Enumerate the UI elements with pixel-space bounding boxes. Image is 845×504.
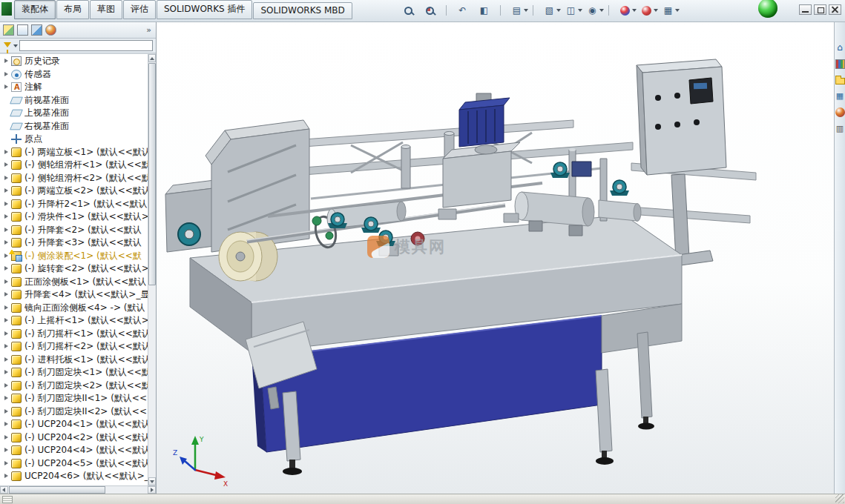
tree-item[interactable]: 历史记录 bbox=[0, 55, 148, 68]
tree-item[interactable]: (-) 旋转套<2> (默认<<默认> bbox=[0, 262, 148, 276]
view-settings-button[interactable] bbox=[661, 3, 681, 18]
solidworks-resources-icon[interactable] bbox=[835, 43, 845, 53]
tree-vertical-scrollbar[interactable] bbox=[148, 54, 156, 485]
tree-item[interactable]: 升降套<4> (默认<<默认>_显 bbox=[0, 288, 148, 302]
zoom-to-area-button[interactable] bbox=[423, 3, 443, 18]
tree-item[interactable]: (-) 侧涂装配<1> (默认<<默 bbox=[0, 250, 148, 263]
expand-arrow-icon[interactable] bbox=[3, 201, 10, 208]
expand-arrow-icon[interactable] bbox=[3, 265, 10, 272]
view-orientation-button[interactable] bbox=[542, 3, 562, 18]
tree-horizontal-scrollbar[interactable] bbox=[0, 485, 156, 494]
tree-item[interactable]: (-) UCP204<2> (默认<<默认 bbox=[0, 431, 148, 445]
expand-arrow-icon[interactable] bbox=[3, 291, 10, 298]
file-explorer-icon[interactable] bbox=[835, 78, 845, 84]
filter-funnel-ic[interactable] bbox=[4, 42, 11, 47]
design-library-icon[interactable] bbox=[835, 59, 845, 69]
expand-arrow-icon[interactable] bbox=[3, 162, 10, 168]
tree-item[interactable]: 传感器 bbox=[0, 68, 148, 82]
minimize-button[interactable] bbox=[799, 4, 812, 15]
expand-arrow-icon[interactable] bbox=[3, 58, 10, 64]
tree-item[interactable]: (-) 刮刀固定块<1> (默认<<默 bbox=[0, 366, 148, 379]
tree-item[interactable]: (-) 升降杆2<1> (默认<<默认 bbox=[0, 198, 148, 211]
tree-item[interactable]: (-) 侧轮组滑杆<1> (默认<<默 bbox=[0, 159, 148, 172]
expand-arrow-icon[interactable] bbox=[3, 71, 10, 78]
edit-appearance-button[interactable] bbox=[618, 3, 638, 18]
expand-arrow-icon[interactable] bbox=[3, 149, 10, 156]
graphics-area[interactable]: Y X Z 模具网 bbox=[157, 22, 834, 494]
expand-arrow-icon[interactable] bbox=[3, 434, 10, 441]
close-button[interactable] bbox=[829, 4, 841, 15]
propertymanager-tab[interactable] bbox=[17, 24, 28, 36]
featuremanager-tab[interactable] bbox=[3, 24, 14, 36]
displaymanager-tab[interactable] bbox=[45, 24, 56, 36]
apply-scene-button[interactable] bbox=[639, 3, 660, 18]
tree-item[interactable]: (-) 上摇杆<1> (默认<<默认> bbox=[0, 314, 148, 328]
dynamic-annotation-views-button[interactable] bbox=[510, 3, 530, 18]
filter-caret-icon[interactable] bbox=[13, 44, 18, 47]
tree-item[interactable]: (-) 两端立板<1> (默认<<默认 bbox=[0, 146, 148, 159]
tree-item[interactable]: (-) 刮刀摇杆<2> (默认<<默认 bbox=[0, 340, 148, 354]
tree-item[interactable]: 镜向正面涂侧板<4> -> (默认 bbox=[0, 302, 148, 315]
expand-arrow-icon[interactable] bbox=[3, 239, 10, 246]
scrollbar-thumb[interactable] bbox=[148, 63, 156, 285]
expand-arrow-icon[interactable] bbox=[3, 305, 10, 311]
command-tab[interactable]: SOLIDWORKS 插件 bbox=[157, 0, 252, 19]
expand-arrow-icon[interactable] bbox=[3, 84, 10, 90]
expand-arrow-icon[interactable] bbox=[3, 460, 10, 467]
expand-arrow-icon[interactable] bbox=[3, 447, 10, 454]
command-tab[interactable]: 草图 bbox=[90, 0, 122, 19]
tree-item[interactable]: (-) UCP204<5> (默认<<默认 bbox=[0, 457, 148, 471]
scrollbar-thumb[interactable] bbox=[9, 486, 105, 494]
tree-item[interactable]: (-) 升降套<3> (默认<<默认 bbox=[0, 236, 148, 250]
expand-arrow-icon[interactable] bbox=[3, 227, 10, 233]
tree-filter-input[interactable] bbox=[19, 40, 153, 51]
scroll-right-button[interactable] bbox=[148, 486, 156, 494]
command-tab[interactable]: 装配体 bbox=[14, 0, 56, 19]
scroll-down-button[interactable] bbox=[148, 477, 156, 485]
tree-item[interactable]: 上视基准面 bbox=[0, 107, 148, 120]
expand-arrow-icon[interactable] bbox=[3, 395, 10, 402]
machine-3d-model[interactable]: Y X Z bbox=[157, 22, 834, 494]
command-tab[interactable]: SOLIDWORKS MBD bbox=[253, 2, 352, 19]
tree-item[interactable]: 正面涂侧板<1> (默认<<默认 bbox=[0, 276, 148, 289]
expand-arrow-icon[interactable] bbox=[3, 357, 10, 363]
expand-arrow-icon[interactable] bbox=[3, 279, 10, 285]
expand-arrow-icon[interactable] bbox=[3, 343, 10, 350]
tree-item[interactable]: 原点 bbox=[0, 133, 148, 146]
expand-arrow-icon[interactable] bbox=[3, 369, 10, 376]
expand-arrow-icon[interactable] bbox=[3, 213, 10, 220]
expand-arrow-icon[interactable] bbox=[3, 382, 10, 389]
expand-arrow-icon[interactable] bbox=[3, 408, 10, 415]
hide-show-items-button[interactable] bbox=[585, 3, 605, 18]
scroll-left-button[interactable] bbox=[0, 486, 8, 494]
tree-item[interactable]: (-) 滑块件<1> (默认<<默认> bbox=[0, 210, 148, 224]
section-view-button[interactable] bbox=[477, 3, 497, 18]
expand-arrow-icon[interactable] bbox=[3, 188, 10, 194]
custom-properties-icon[interactable] bbox=[835, 124, 845, 133]
tree-item[interactable]: (-) 刮刀固定块II<2> (默认<< bbox=[0, 405, 148, 419]
previous-view-button[interactable] bbox=[456, 3, 476, 18]
tree-item[interactable]: (-) 进料托板<1> (默认<<默认 bbox=[0, 354, 148, 367]
tree-item[interactable]: (-) 两端立板<2> (默认<<默认 bbox=[0, 185, 148, 198]
tree-item[interactable]: (-) 刮刀固定块<2> (默认<<默 bbox=[0, 379, 148, 393]
tree-item[interactable]: (-) 侧轮组滑杆<2> (默认<<默 bbox=[0, 172, 148, 185]
scroll-up-button[interactable] bbox=[148, 54, 156, 62]
solidworks-help-sphere-icon[interactable] bbox=[758, 0, 777, 18]
expand-arrow-icon[interactable] bbox=[3, 421, 10, 428]
zoom-to-fit-button[interactable] bbox=[401, 3, 421, 18]
appearances-icon[interactable] bbox=[835, 107, 845, 117]
restore-button[interactable] bbox=[814, 4, 826, 15]
panel-overflow-chevron[interactable]: » bbox=[143, 25, 154, 35]
configurationmanager-tab[interactable] bbox=[31, 24, 42, 36]
tree-item[interactable]: 前视基准面 bbox=[0, 94, 148, 107]
command-tab[interactable]: 评估 bbox=[123, 0, 156, 19]
view-palette-icon[interactable] bbox=[835, 91, 845, 101]
expand-arrow-icon[interactable] bbox=[3, 331, 10, 337]
resize-grip[interactable] bbox=[835, 494, 844, 503]
tree-item[interactable]: (-) UCP204<1> (默认<<默认 bbox=[0, 418, 148, 431]
tree-item[interactable]: (-) UCP204<4> (默认<<默认 bbox=[0, 444, 148, 457]
tree-item[interactable]: (-) 升降套<2> (默认<<默认 bbox=[0, 224, 148, 237]
expand-arrow-icon[interactable] bbox=[3, 317, 10, 324]
expand-arrow-icon[interactable] bbox=[3, 175, 10, 182]
command-tab[interactable]: 布局 bbox=[56, 0, 89, 19]
